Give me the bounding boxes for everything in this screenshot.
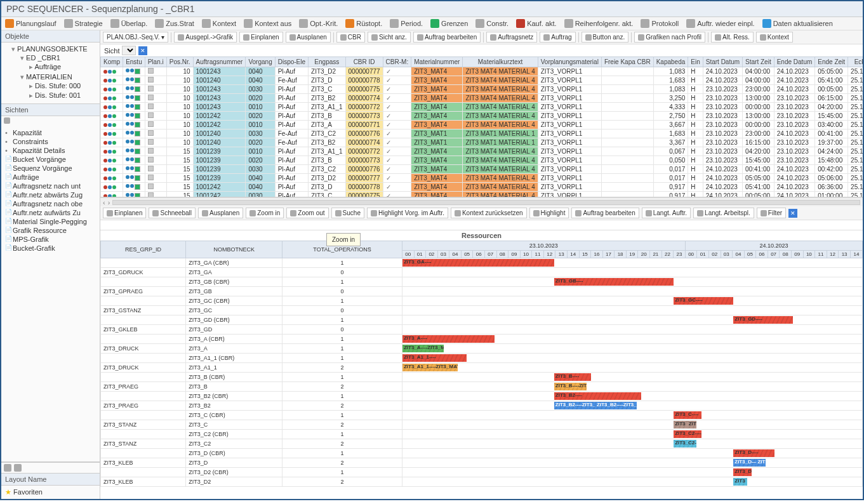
col-header[interactable]: Start Datum xyxy=(703,57,742,67)
toolbar-planungslauf[interactable]: Planungslauf xyxy=(5,19,56,28)
gantt-track[interactable]: ZIT3_GC---- xyxy=(402,296,862,305)
grid-btn-ausgepl-grafik[interactable]: Ausgepl.->Grafik xyxy=(174,32,237,43)
gantt-bar[interactable]: ZIT3_A1_1----ZIT3_MAT4 xyxy=(402,364,458,371)
gantt-btn-highlight-vorg-im-auftr-[interactable]: Highlight Vorg. im Auftr. xyxy=(367,208,448,218)
gantt-row[interactable]: ZIT3_C (CBR)1ZIT3_C---- xyxy=(101,411,863,420)
toolbar-kauf-akt-[interactable]: Kauf. akt. xyxy=(516,19,556,28)
gantt-row[interactable]: ZIT3_GA (CBR)1ZIT3_GA---- xyxy=(101,258,863,268)
gantt-bar[interactable]: ZIT3_A---- xyxy=(402,335,495,343)
gantt-col-header[interactable]: RES_GRP_ID xyxy=(101,241,186,258)
table-row[interactable]: 1010012430040Pl-AufZIT3_D2000000777ZIT3_… xyxy=(101,67,863,76)
gantt-row[interactable]: ZIT3_KLEBZIT3_D22ZIT3 xyxy=(101,477,863,487)
col-header[interactable]: Plan.i xyxy=(145,57,166,67)
toolbar-auftr-wieder-einpl-[interactable]: Auftr. wieder einpl. xyxy=(686,19,755,28)
toolbar--berlap-[interactable]: Überlap. xyxy=(110,19,148,28)
tree-item[interactable]: Aufträge xyxy=(29,62,98,72)
sichten-item[interactable]: Auftr.netz abwärts Zug xyxy=(3,190,98,199)
gantt-bar[interactable]: ZIT3_D2 xyxy=(733,468,752,476)
gantt-bar[interactable]: ZIT3_A1_1---- xyxy=(402,354,467,362)
gantt-track[interactable]: ZIT3_D---- xyxy=(402,449,862,458)
gantt-bar[interactable]: ZIT3_GC---- xyxy=(674,297,733,305)
gantt-row[interactable]: ZIT3_PRAEGZIT3_B22ZIT3_B2----ZIT3_MZIT3_… xyxy=(101,401,863,411)
gantt-row[interactable]: ZIT3_GDRUCKZIT3_GA0 xyxy=(101,268,863,277)
gantt-track[interactable]: ZIT3_D---ZIT xyxy=(402,458,862,467)
table-row[interactable]: 1010012430030Pl-AufZIT3_C000000775ZIT3_M… xyxy=(101,85,863,94)
gantt-track[interactable]: ZIT3_B2---- xyxy=(402,392,862,401)
gantt-bar[interactable]: ZIT3_C---- xyxy=(674,411,701,419)
gantt-btn-einplanen[interactable]: Einplanen xyxy=(103,208,146,218)
toolbar-daten-aktualisieren[interactable]: Daten aktualisieren xyxy=(762,19,833,28)
gantt-row[interactable]: ZIT3_STANZZIT3_C2ZIT3ZIT xyxy=(101,420,863,430)
col-header[interactable]: Ein xyxy=(688,57,703,67)
col-header[interactable]: Dispo-Ele xyxy=(275,57,308,67)
table-row[interactable]: 1510012390020Pl-AufZIT3_B000000773ZIT3_M… xyxy=(101,156,863,165)
sichten-item[interactable]: Bucket Vorgänge xyxy=(3,155,98,164)
toolbar-period-[interactable]: Period. xyxy=(390,19,423,28)
toolbar-reihenfolgenr-akt-[interactable]: Reihenfolgenr. akt. xyxy=(564,19,634,28)
table-row[interactable]: 1010012420020Pl-AufZIT3_B000000773ZIT3_M… xyxy=(101,112,863,121)
gantt-row[interactable]: ZIT3_GC (CBR)1ZIT3_GC---- xyxy=(101,296,863,306)
scroll-right-icon[interactable]: › xyxy=(108,199,110,206)
gantt-btn-langt-arbeitspl-[interactable]: Langt. Arbeitspl. xyxy=(693,208,754,218)
gantt-bar[interactable]: ZIT xyxy=(688,421,696,428)
filter-close-icon[interactable]: ✕ xyxy=(788,209,797,218)
sichten-item[interactable]: Kapazität Details xyxy=(3,146,98,155)
gantt-track[interactable]: ZIT3_B2----ZIT3_MZIT3_B2----ZIT3_MA xyxy=(402,401,862,410)
gantt-track[interactable] xyxy=(402,325,862,334)
gantt-track[interactable]: ZIT3 xyxy=(402,477,862,486)
table-row[interactable]: 1010012420010Pl-AufZIT3_A000000771ZIT3_M… xyxy=(101,121,863,129)
col-header[interactable]: Engpass xyxy=(309,57,345,67)
gantt-bar[interactable]: ZIT3_B2----ZIT3_MA xyxy=(595,402,637,409)
gantt-row[interactable]: ZIT3_D (CBR)1ZIT3_D---- xyxy=(101,449,863,458)
grid-btn-grafiken-nach-profil[interactable]: Grafiken nach Profil xyxy=(634,32,705,43)
plan-obj-dropdown[interactable]: PLAN.OBJ.-Seq.V. ▾ xyxy=(103,32,168,43)
gantt-track[interactable]: ZIT3_C2---- xyxy=(402,430,862,439)
gantt-btn-kontext-zur-cksetzen[interactable]: Kontext zurücksetzen xyxy=(451,208,527,218)
gantt-track[interactable]: ZIT3_C---- xyxy=(402,411,862,420)
table-row[interactable]: 1010012400020Fe-AufZIT3_B2000000774ZIT3_… xyxy=(101,138,863,147)
gantt-btn-highlight[interactable]: Highlight xyxy=(529,208,569,218)
gantt-track[interactable]: ZIT3_C2- xyxy=(402,439,862,448)
data-grid[interactable]: KompEnstuPlan.iPos.Nr.AuftragsnummerVorg… xyxy=(100,56,863,197)
gantt-track[interactable]: ZIT3_GD---- xyxy=(402,315,862,324)
delete-icon[interactable] xyxy=(14,464,22,472)
gantt-row[interactable]: ZIT3_STANZZIT3_C22ZIT3_C2- xyxy=(101,439,863,449)
gantt-row[interactable]: ZIT3_DRUCKZIT3_A1_12ZIT3_A1_1----ZIT3_MA… xyxy=(101,363,863,373)
col-header[interactable]: Eckende xyxy=(848,57,863,67)
gantt-row[interactable]: ZIT3_GD (CBR)1ZIT3_GD---- xyxy=(101,315,863,325)
gantt-col-header[interactable]: NOMBOTNECK xyxy=(186,241,282,258)
sichten-item[interactable]: Bucket-Grafik xyxy=(3,244,98,253)
tree-item[interactable]: Dis. Stufe: 001 xyxy=(29,91,98,100)
gantt-track[interactable]: ZIT3_B----ZIT3 xyxy=(402,382,862,391)
tree-item[interactable]: Dis. Stufe: 000 xyxy=(29,81,98,91)
toolbar-opt-krit-[interactable]: Opt.-Krit. xyxy=(299,19,338,28)
gantt-bar[interactable]: ZIT3_C2- xyxy=(674,440,696,448)
table-row[interactable]: 1010012400030Fe-AufZIT3_C2000000776ZIT3_… xyxy=(101,129,863,138)
table-row[interactable]: 1010012430020Pl-AufZIT3_B2000000774ZIT3_… xyxy=(101,94,863,103)
sichten-item[interactable]: Auftr.netz aufwärts Zu xyxy=(3,208,98,217)
col-header[interactable]: Vorgang xyxy=(246,57,275,67)
gantt-bar[interactable]: ZIT3_B---- xyxy=(554,373,591,381)
col-header[interactable]: Ende Zeit xyxy=(815,57,848,67)
grid-btn-cbr[interactable]: CBR xyxy=(336,32,365,43)
table-row[interactable]: 1010012400040Fe-AufZIT3_D000000778ZIT3_M… xyxy=(101,76,863,85)
grid-btn-auftragsnetz[interactable]: Auftragsnetz xyxy=(486,32,537,43)
grid-btn-button-anz-[interactable]: Button anz. xyxy=(582,32,629,43)
col-header[interactable]: Komp xyxy=(101,57,123,67)
table-row[interactable]: 1510012420030Pl-AufZIT3_C000000775ZIT3_M… xyxy=(101,192,863,198)
col-header[interactable]: Ende Datum xyxy=(774,57,815,67)
grid-btn-kontext[interactable]: Kontext xyxy=(756,32,793,43)
gantt-row[interactable]: ZIT3_DRUCKZIT3_A1ZIT3_A----ZIT3_MAT4 xyxy=(101,344,863,354)
gantt-bar[interactable]: ZIT3_C2---- xyxy=(674,430,701,438)
col-header[interactable]: Kapabeda xyxy=(653,57,688,67)
gantt-track[interactable]: ZIT3_GA---- xyxy=(402,258,862,267)
gantt-track[interactable]: ZIT3ZIT xyxy=(402,420,862,429)
gantt-btn-suche[interactable]: Suche xyxy=(331,208,364,218)
gantt-row[interactable]: ZIT3_B2 (CBR)1ZIT3_B2---- xyxy=(101,392,863,401)
gantt-btn-filter[interactable]: Filter xyxy=(757,208,786,218)
gantt-bar[interactable]: ZIT3_D---- xyxy=(733,449,774,457)
toolbar-r-stopt-[interactable]: Rüstopt. xyxy=(345,19,382,28)
gantt-track[interactable]: ZIT3_A1_1---- xyxy=(402,354,862,362)
table-row[interactable]: 1510012390030Pl-AufZIT3_C2000000776ZIT3_… xyxy=(101,165,863,174)
gantt-track[interactable] xyxy=(402,287,862,296)
